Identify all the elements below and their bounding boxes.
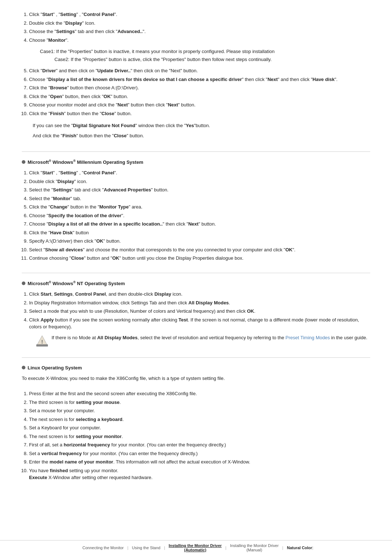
list-item: Continue choosing "Close" button and "OK…: [29, 255, 370, 262]
digital-sig-line1: If you can see the "Digital Signature No…: [33, 122, 370, 129]
list-item: Choose "Specify the location of the driv…: [29, 212, 370, 219]
list-item: Click the "Change" button in the "Monito…: [29, 203, 370, 211]
footer-using-stand[interactable]: Using the Stand: [128, 546, 164, 550]
list-item: Double click "Display" icon.: [29, 178, 370, 185]
warning-icon: !: [36, 335, 48, 347]
list-item: In Display Registration Information wind…: [29, 299, 370, 307]
list-item: Click the "Browse" button then choose A:…: [29, 84, 370, 92]
list-item: Choose your monitor model and click the …: [29, 101, 370, 109]
case1-text: Case1: If the "Properties" button is ina…: [40, 48, 370, 55]
millennium-section: Microsoft® Windows® Millennium Operating…: [22, 159, 370, 273]
win98-section: Click "Start" , "Setting" , "Control Pan…: [22, 11, 370, 152]
list-item: The next screen is for selecting a keybo…: [29, 416, 370, 423]
list-item: Click Apply button if you see the screen…: [29, 316, 370, 347]
linux-intro: To execute X-Window, you need to make th…: [22, 375, 370, 382]
bullet-icon: [22, 160, 25, 164]
list-item: Double click the "Display" Icon.: [29, 20, 370, 27]
list-item: Set a mouse for your computer.: [29, 407, 370, 414]
list-item: Click "Driver" and then click on "Update…: [29, 67, 370, 74]
nt-section: Microsoft® Windows® NT Operating System …: [22, 280, 370, 358]
list-item: Click Start, Settings, Control Panel, an…: [29, 291, 370, 298]
list-item: Set a vertical frequency for your monito…: [29, 450, 370, 457]
nt-title-text: Microsoft® Windows® NT Operating System: [28, 280, 125, 286]
bullet-icon: [22, 366, 25, 369]
millennium-steps: Click "Start" , "Setting" , "Control Pan…: [29, 169, 370, 262]
warning-text: If there is no Mode at All Display Modes…: [52, 334, 367, 341]
list-item: Choose the "Settings" tab and then click…: [29, 28, 370, 35]
list-item: You have finished setting up your monito…: [29, 467, 370, 481]
list-item: The next screen is for setting your moni…: [29, 433, 370, 440]
list-item: Select a mode that you wish to use (Reso…: [29, 308, 370, 315]
list-item: Choose "Display a list of all the driver…: [29, 220, 370, 228]
list-item: First of all, set a horizontal frequency…: [29, 441, 370, 449]
preset-timing-link[interactable]: Preset Timing Modes: [286, 335, 330, 340]
list-item: Click "Start" , "Setting" , "Control Pan…: [29, 169, 370, 177]
svg-rect-2: [36, 344, 48, 347]
footer: Connecting the Monitor | Using the Stand…: [0, 540, 392, 555]
list-item: Click the "Open" button, then click "OK"…: [29, 93, 370, 100]
list-item: Enter the model name of your monitor. Th…: [29, 458, 370, 466]
case2-text: Case2: If the "Properties" button is act…: [54, 56, 370, 63]
svg-text:!: !: [41, 339, 43, 345]
digital-signature-note: If you can see the "Digital Signature No…: [33, 122, 370, 139]
list-item: Click the "Finish" button then the "Clos…: [29, 110, 370, 117]
list-item: Click the "Have Disk" button: [29, 229, 370, 236]
main-content: Click "Start" , "Setting" , "Control Pan…: [0, 0, 392, 540]
linux-section: Linux Operating System To execute X-Wind…: [22, 365, 370, 492]
nt-title: Microsoft® Windows® NT Operating System: [22, 280, 370, 286]
footer-brand: Natural Color: [283, 546, 312, 550]
linux-title-text: Linux Operating System: [28, 365, 82, 370]
list-item: Choose "Display a list of the known driv…: [29, 76, 370, 83]
win98-steps: Click "Start" , "Setting" , "Control Pan…: [29, 11, 370, 117]
millennium-title: Microsoft® Windows® Millennium Operating…: [22, 159, 370, 165]
nt-steps: Click Start, Settings, Control Panel, an…: [29, 291, 370, 347]
list-item: Select the "Settings" tab and click "Adv…: [29, 186, 370, 194]
list-item: Click "Start" , "Setting" , "Control Pan…: [29, 11, 370, 18]
bullet-icon: [22, 281, 25, 285]
warning-box: ! If there is no Mode at All Display Mod…: [36, 334, 370, 347]
list-item: Specify A:\(D:\driver) then click "OK" b…: [29, 238, 370, 245]
list-item: Select the "Monitor" tab.: [29, 195, 370, 202]
linux-steps: Press Enter at the first and the second …: [29, 390, 370, 481]
millennium-title-text: Microsoft® Windows® Millennium Operating…: [28, 159, 143, 165]
case-notes: Case1: If the "Properties" button is ina…: [40, 48, 370, 63]
linux-title: Linux Operating System: [22, 365, 370, 370]
list-item: The third screen is for setting your mou…: [29, 399, 370, 406]
list-item: Choose "Monitor". Case1: If the "Propert…: [29, 37, 370, 63]
footer-connecting-monitor[interactable]: Connecting the Monitor: [79, 546, 127, 550]
digital-sig-line2: And click the "Finish" button then the "…: [33, 132, 370, 139]
list-item: Set a Keyboard for your computer.: [29, 424, 370, 432]
footer-divider: |: [312, 546, 313, 550]
footer-installing-manual[interactable]: Installing the Monitor Driver(Manual): [226, 543, 282, 552]
footer-installing-automatic[interactable]: Installing the Monitor Driver(Automatic): [165, 543, 225, 552]
list-item: Select "Show all devices" and choose the…: [29, 246, 370, 254]
list-item: Press Enter at the first and the second …: [29, 390, 370, 397]
